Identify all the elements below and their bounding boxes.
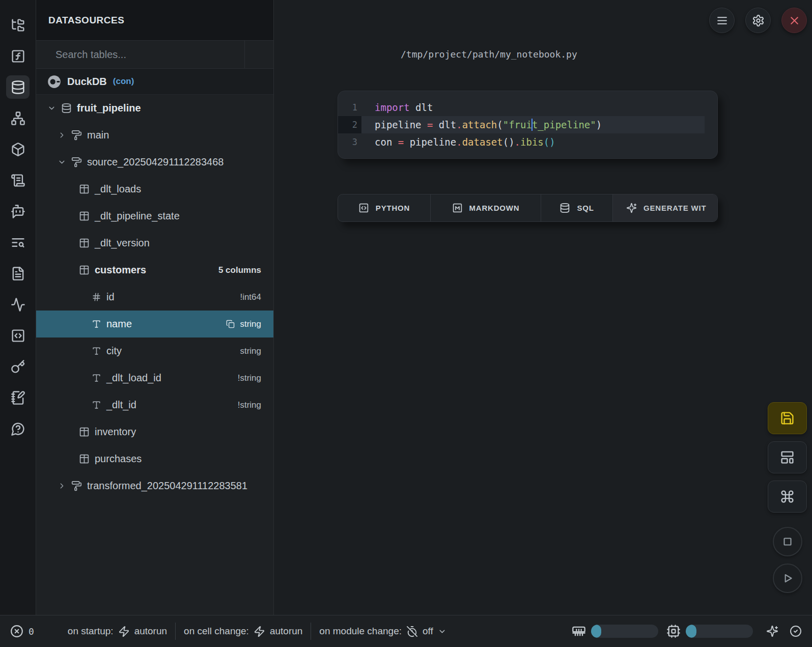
file-tree-icon — [11, 18, 25, 33]
tree-label: id — [106, 291, 115, 303]
chevron-right-icon[interactable] — [58, 482, 66, 490]
statusbar-divider — [311, 623, 311, 640]
ai-assist-button[interactable] — [766, 625, 778, 637]
tree-meta: !string — [238, 373, 261, 383]
add-datasource-button[interactable] — [244, 41, 273, 68]
tree-row-_dlt_pipeline_state[interactable]: _dlt_pipeline_state — [36, 203, 273, 230]
rail-item-file-text[interactable] — [6, 262, 30, 285]
statusbar-right-icons — [766, 625, 802, 637]
chevron-down-icon[interactable] — [58, 158, 66, 166]
panel-title: DATASOURCES — [48, 15, 124, 26]
rail-item-activity[interactable] — [6, 293, 30, 316]
code-line-1: 1import dlt — [338, 99, 717, 116]
tree-row-_dlt_loads[interactable]: _dlt_loads — [36, 176, 273, 203]
code-square-icon — [11, 328, 25, 343]
table-icon — [79, 265, 90, 275]
chevron-right-icon[interactable] — [58, 131, 66, 139]
rail-item-key[interactable] — [6, 355, 30, 378]
rail-item-code-square[interactable] — [6, 324, 30, 347]
scroll-text-icon — [11, 173, 25, 188]
rail-item-file-tree[interactable] — [6, 13, 30, 37]
tree-row-transformed_202504291112283581[interactable]: transformed_202504291112283581 — [36, 472, 273, 499]
tree-row-inventory[interactable]: inventory — [36, 418, 273, 445]
tree-row-_dlt_version[interactable]: _dlt_version — [36, 230, 273, 257]
runtime-on-startup[interactable]: on startup:autorun — [68, 626, 167, 637]
add-cell-markdown-button[interactable]: MARKDOWN — [431, 194, 541, 221]
tree-row-main[interactable]: main — [36, 122, 273, 149]
rail-item-box[interactable] — [6, 137, 30, 161]
error-count: 0 — [29, 626, 34, 637]
add-cell-sql-button[interactable]: SQL — [541, 194, 613, 221]
chevron-down-icon[interactable] — [47, 104, 56, 112]
circle-x-icon — [10, 625, 23, 638]
runtime-on-module-change[interactable]: on module change:off — [319, 626, 446, 637]
database-icon — [559, 203, 570, 213]
tree-meta: 5 columns — [218, 265, 261, 275]
save-icon — [780, 411, 795, 426]
add-cell-python-button[interactable]: PYTHON — [338, 194, 431, 221]
menu-button[interactable] — [709, 8, 735, 33]
tree-row-name[interactable]: namestring — [36, 311, 273, 337]
layout-button[interactable] — [768, 441, 807, 473]
tree-label: customers — [95, 264, 146, 276]
runtime-label: on module change: — [319, 626, 402, 637]
chevron-down-icon — [438, 627, 446, 636]
connection-alias: (con) — [113, 76, 134, 87]
settings-button[interactable] — [745, 8, 771, 33]
add-cell-generate-wit-button[interactable]: GENERATE WIT — [613, 194, 717, 221]
tree-row-customers[interactable]: customers5 columns — [36, 257, 273, 284]
rail-item-scroll-text[interactable] — [6, 168, 30, 192]
side-actions — [768, 402, 807, 593]
resource-meters — [564, 624, 753, 638]
connection-row[interactable]: DuckDB (con) — [36, 69, 273, 95]
code-editor-cell[interactable]: 1import dlt2pipeline = dlt.attach("fruit… — [338, 91, 718, 159]
tree-row-source_202504291112283468[interactable]: source_202504291112283468 — [36, 149, 273, 176]
chevron-right-icon — [58, 482, 66, 490]
datasource-tree: fruit_pipelinemainsource_202504291112283… — [36, 95, 273, 615]
tree-row-purchases[interactable]: purchases — [36, 445, 273, 472]
tree-label: _dlt_id — [106, 399, 136, 411]
rail-item-notebook-pen[interactable] — [6, 386, 30, 409]
connection-status-button[interactable] — [790, 625, 802, 637]
runtime-value: off — [423, 626, 433, 637]
statusbar-divider — [175, 623, 176, 640]
function-square-icon — [11, 49, 25, 64]
runtime-on-cell-change[interactable]: on cell change:autorun — [184, 626, 302, 637]
tree-row-_dlt_load_id[interactable]: _dlt_load_id!string — [36, 364, 273, 391]
rail-item-function-square[interactable] — [6, 44, 30, 68]
rail-item-database[interactable] — [6, 75, 30, 99]
tree-label: purchases — [95, 453, 142, 465]
close-icon — [788, 14, 801, 27]
tree-label: _dlt_loads — [95, 183, 141, 195]
paint-roller-icon — [71, 130, 82, 140]
shutdown-button[interactable] — [781, 8, 807, 33]
tree-label: source_202504291112283468 — [87, 156, 223, 168]
help-bubble-icon — [11, 421, 25, 436]
save-button[interactable] — [768, 402, 807, 434]
tree-row-city[interactable]: citystring — [36, 337, 273, 364]
rail-item-help-bubble[interactable] — [6, 417, 30, 440]
tree-label: _dlt_load_id — [106, 372, 161, 384]
rail-item-text-search[interactable] — [6, 231, 30, 254]
tree-label: _dlt_version — [95, 237, 150, 249]
chevron-down-icon — [58, 158, 66, 166]
copy-icon[interactable] — [226, 320, 235, 328]
tree-label: city — [106, 345, 122, 357]
rail-item-network[interactable] — [6, 106, 30, 130]
tree-label: transformed_202504291112283581 — [87, 480, 247, 492]
table-icon — [79, 238, 90, 248]
run-button[interactable] — [773, 564, 802, 593]
stop-button[interactable] — [773, 527, 802, 556]
activity-rail — [0, 0, 36, 615]
tree-row-fruit_pipeline[interactable]: fruit_pipeline — [36, 95, 273, 122]
keyboard-shortcuts-button[interactable] — [768, 481, 807, 513]
errors-button[interactable]: 0 — [10, 625, 34, 638]
rail-item-chat-bot[interactable] — [6, 200, 30, 223]
type-icon — [92, 319, 101, 329]
search-tables-input[interactable] — [54, 48, 244, 61]
notebook-path: /tmp/project/path/my_notebook.py — [274, 49, 812, 60]
connection-engine: DuckDB — [67, 76, 107, 88]
tree-row-id[interactable]: id!int64 — [36, 284, 273, 311]
tree-row-_dlt_id[interactable]: _dlt_id!string — [36, 391, 273, 418]
runtime-value: autorun — [134, 626, 167, 637]
